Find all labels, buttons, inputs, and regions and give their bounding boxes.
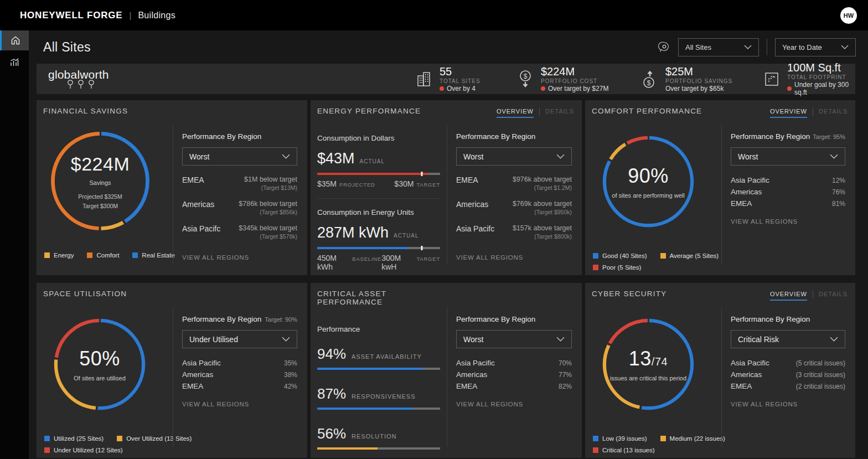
region-filter-dropdown[interactable]: Worst	[456, 330, 572, 348]
view-all-regions-link[interactable]: VIEW ALL REGIONS	[182, 401, 249, 408]
region-row: EMEA82%	[456, 380, 572, 392]
metric-value: $43M	[317, 150, 355, 167]
view-all-regions-link[interactable]: VIEW ALL REGIONS	[456, 401, 523, 408]
metric-value: 287M kWh	[317, 224, 389, 241]
card-financial-savings: FINANCIAL SAVINGS $224M Savings Projecte…	[37, 100, 307, 275]
location-icon[interactable]	[658, 41, 670, 53]
alert-dot	[541, 86, 545, 91]
card-title: CRITICAL ASSET PERFORMANCE	[317, 290, 440, 306]
region-filter-dropdown[interactable]: Critical Risk	[731, 330, 845, 348]
section-heading: Consumption in Dollars	[317, 134, 440, 142]
legend-item: Critical (13 issues)	[593, 447, 655, 453]
portfolio-banner: globalworth 55	[37, 64, 855, 94]
card-title: SPACE UTILISATION	[43, 290, 166, 298]
legend-item: Medium (22 issues)	[660, 435, 725, 442]
card-space-utilisation: SPACE UTILISATION 50% Of sites are utili…	[37, 283, 307, 458]
portfolio-savings-icon: $	[642, 70, 658, 89]
tab-details[interactable]: DETAILS	[819, 291, 848, 301]
tab-overview[interactable]: OVERVIEW	[770, 108, 807, 118]
chevron-down-icon	[841, 45, 849, 49]
dashboard-page: HONEYWELL FORGE | Buildings HW All Si	[0, 0, 868, 459]
card-cyber-security: OVERVIEW DETAILS CYBER SECURITY 13/74 is…	[585, 283, 855, 458]
region-heading: Performance By Region	[182, 132, 261, 141]
card-critical-asset-performance: CRITICAL ASSET PERFORMANCE Performance 9…	[311, 283, 582, 458]
region-filter-dropdown[interactable]: Worst	[731, 147, 845, 166]
region-filter-dropdown[interactable]: Worst	[182, 147, 297, 166]
user-avatar[interactable]: HW	[840, 7, 857, 24]
brand-separator: |	[129, 11, 131, 20]
region-filter-dropdown[interactable]: Under Utilised	[182, 330, 297, 348]
alert-dot	[787, 86, 792, 91]
stat-portfolio-cost: $ $224M PORTFOLIO COST Over target by $2…	[517, 65, 642, 92]
card-title: CYBER SECURITY	[592, 290, 715, 298]
card-divider	[721, 307, 722, 447]
site-filter-select[interactable]: All Sites	[678, 38, 759, 56]
view-all-regions-link[interactable]: VIEW ALL REGIONS	[731, 218, 798, 225]
chevron-down-icon	[744, 45, 752, 49]
tab-overview[interactable]: OVERVIEW	[770, 291, 807, 301]
asset-availability-metric: 94% ASSET AVAILABILITY	[317, 345, 440, 370]
sidebar-item-home[interactable]	[0, 30, 29, 50]
region-heading: Performance By Region	[731, 132, 810, 141]
region-panel: Performance By Region Worst EMEA $1M bel…	[173, 100, 307, 275]
region-row: Americas $786k below target(Target $856k…	[182, 200, 297, 215]
responsiveness-progress-bar	[317, 408, 440, 410]
period-filter-select[interactable]: Year to Date	[775, 38, 856, 56]
view-all-regions-link[interactable]: VIEW ALL REGIONS	[456, 254, 523, 261]
resolution-metric: 56% RESOLUTION	[317, 425, 440, 450]
view-all-regions-link[interactable]: VIEW ALL REGIONS	[731, 401, 798, 408]
target-marker	[421, 246, 422, 250]
region-filter-value: Worst	[463, 152, 483, 161]
legend-swatch	[44, 252, 50, 258]
region-row: Asia Pacifc $345k below target(Target $5…	[182, 224, 297, 240]
chevron-down-icon	[556, 337, 565, 342]
donut-projected: Projected $325M	[59, 193, 142, 200]
alert-dot	[440, 86, 444, 91]
footprint-icon	[763, 71, 780, 87]
card-divider	[173, 307, 173, 447]
legend-item: Over Utilized (13 Sites)	[117, 435, 192, 442]
region-row: Asia Pacific70%	[456, 357, 572, 369]
analytics-icon	[9, 57, 19, 67]
donut-value: 90%	[607, 164, 690, 188]
availability-progress-bar	[317, 368, 440, 370]
card-title: COMFORT PERFORMANCE	[592, 107, 715, 115]
region-target: Target: 90%	[265, 316, 297, 323]
legend-item: Low (39 issues)	[593, 435, 647, 442]
sidebar-item-analytics[interactable]	[0, 52, 29, 72]
region-filter-value: Critical Risk	[738, 335, 779, 344]
tab-overview[interactable]: OVERVIEW	[497, 108, 534, 118]
legend-item: Real Estate	[132, 252, 174, 259]
region-row: Americas38%	[182, 369, 297, 380]
region-filter-dropdown[interactable]: Worst	[456, 147, 572, 166]
cards-grid: FINANCIAL SAVINGS $224M Savings Projecte…	[37, 100, 868, 458]
legend-swatch	[132, 252, 138, 258]
stat-portfolio-savings: $ $25M PORTFOLIO SAVINGS Over target by …	[642, 65, 763, 92]
card-tabs: OVERVIEW DETAILS	[497, 108, 574, 118]
region-filter-value: Worst	[463, 335, 483, 344]
tab-details[interactable]: DETAILS	[545, 108, 574, 118]
page-header: All Sites All Sites Year to Date	[29, 30, 868, 64]
region-panel: Performance By Region Target: 95% Worst …	[721, 100, 855, 275]
card-divider	[447, 307, 447, 447]
legend-swatch	[593, 265, 598, 270]
view-all-regions-link[interactable]: VIEW ALL REGIONS	[182, 254, 249, 261]
card-title: FINANCIAL SAVINGS	[43, 107, 166, 115]
region-row: EMEA81%	[731, 198, 845, 209]
legend-swatch	[593, 253, 598, 259]
card-tabs: OVERVIEW DETAILS	[770, 108, 848, 118]
tab-details[interactable]: DETAILS	[819, 108, 848, 118]
donut-subtitle: of sites are performing well	[607, 192, 690, 199]
stat-status: Over target by $65k	[665, 85, 724, 92]
section-heading: Performance	[317, 325, 440, 333]
stat-value: 55	[440, 65, 480, 78]
region-row: Americas(3 critical issues)	[731, 369, 845, 380]
metric-tag: ACTUAL	[360, 158, 385, 164]
comfort-performance-donut: 90% of sites are performing well	[601, 134, 696, 229]
region-row: Asia Pacific35%	[182, 357, 297, 369]
legend-swatch	[660, 436, 666, 441]
chevron-down-icon	[556, 154, 565, 159]
metric-tag: ACTUAL	[394, 233, 418, 239]
card-divider	[173, 125, 173, 264]
energy-units-progress-bar	[317, 247, 440, 249]
